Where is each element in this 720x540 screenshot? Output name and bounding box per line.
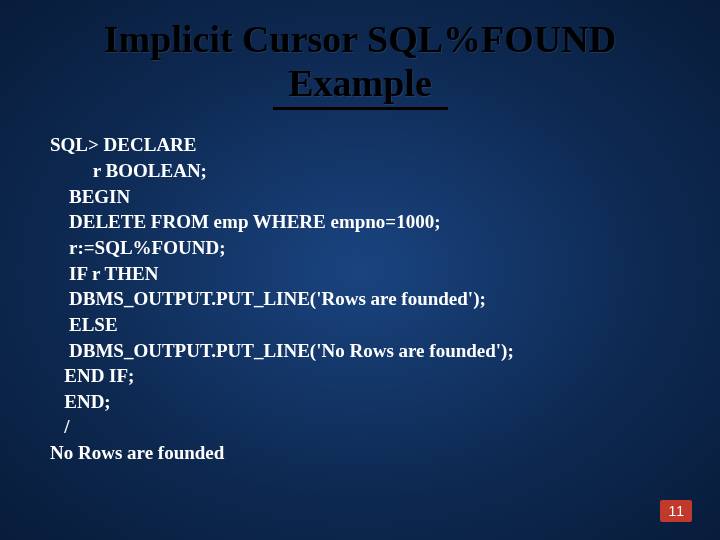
slide-container: Implicit Cursor SQL%FOUND Example SQL> D… xyxy=(0,0,720,540)
code-block: SQL> DECLARE r BOOLEAN; BEGIN DELETE FRO… xyxy=(50,132,670,465)
page-number: 11 xyxy=(660,500,692,522)
slide-title: Implicit Cursor SQL%FOUND Example xyxy=(50,18,670,105)
title-line-2: Example xyxy=(288,62,432,104)
title-line-1: Implicit Cursor SQL%FOUND xyxy=(104,18,616,60)
title-underline xyxy=(273,107,448,110)
